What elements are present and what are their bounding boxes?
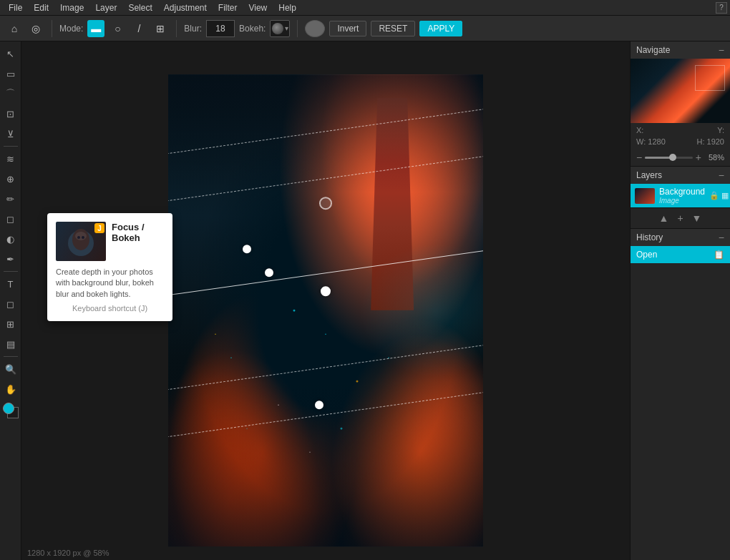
menu-bar: File Edit Image Layer Select Adjustment … <box>0 0 730 16</box>
tooltip-thumbnail: J <box>56 222 106 261</box>
history-item-icon: 📋 <box>714 250 724 260</box>
navigate-header: Navigate − <box>631 41 730 59</box>
invert-button[interactable]: Invert <box>329 21 366 36</box>
tool-transform[interactable]: ⊞ <box>1 315 20 333</box>
history-open-label: Open <box>636 250 657 260</box>
tool-separator-3 <box>4 356 18 357</box>
tool-clone[interactable]: ⊕ <box>1 170 20 188</box>
navigate-section: Navigate − X: Y: W: 1280 H: 1920 − <box>631 41 730 167</box>
tool-move[interactable]: ↖ <box>1 44 20 63</box>
mode-custom-button[interactable]: ⊞ <box>152 20 169 37</box>
layer-visibility-icon[interactable]: ▦ <box>721 191 729 200</box>
tool-select-rect[interactable]: ▭ <box>1 64 20 83</box>
toolbar-separator-2 <box>176 20 177 37</box>
tool-eraser[interactable]: ◻ <box>1 210 20 228</box>
history-close-button[interactable]: − <box>719 232 724 242</box>
nav-h-label: H: 1920 <box>696 137 724 146</box>
ctrl-point-focus[interactable] <box>321 286 331 296</box>
ctrl-point-2[interactable] <box>265 268 273 277</box>
menu-item-layer[interactable]: Layer <box>89 0 122 16</box>
navigate-thumbnail[interactable] <box>631 59 730 123</box>
zoom-in-button[interactable]: + <box>696 152 701 163</box>
main-layout: ↖ ▭ ⌒ ⊡ ⊻ ≋ ⊕ ✏ ◻ ◐ ✒ T ◻ ⊞ ▤ 🔍 ✋ <box>0 41 730 560</box>
menu-item-help[interactable]: Help <box>273 0 302 16</box>
navigate-close-button[interactable]: − <box>719 45 724 55</box>
tooltip-shortcut: Keyboard shortcut (J) <box>56 304 164 313</box>
tilt-shift-overlay <box>168 74 483 546</box>
layer-item-background[interactable]: Background Image 🔒 ▦ <box>631 184 730 207</box>
canvas-container <box>168 74 483 546</box>
tool-brush[interactable]: ✏ <box>1 190 20 208</box>
layer-type: Image <box>659 197 705 205</box>
toolbar-separator-1 <box>52 20 52 37</box>
tool-gradient[interactable]: ▤ <box>1 335 20 353</box>
bokeh-circle-1 <box>319 197 332 210</box>
nav-w-label: W: 1280 <box>636 137 666 146</box>
reset-button[interactable]: RESET <box>371 21 415 36</box>
menu-item-view[interactable]: View <box>243 0 273 16</box>
nav-zoom-bar: − + 58% <box>631 149 730 166</box>
home-button[interactable]: ⌂ <box>6 20 23 37</box>
svg-point-4 <box>82 236 84 239</box>
layers-header: Layers − <box>631 167 730 184</box>
globe-button[interactable]: ◎ <box>27 20 44 37</box>
nav-coords: X: Y: <box>631 123 730 137</box>
mode-label: Mode: <box>59 24 83 34</box>
ctrl-point-bottom[interactable] <box>315 401 323 409</box>
menu-item-edit[interactable]: Edit <box>28 0 54 16</box>
bokeh-selector[interactable]: ▾ <box>270 20 290 37</box>
menu-item-file[interactable]: File <box>3 0 28 16</box>
focus-bokeh-tooltip: J Focus / Bokeh Create depth in your pho… <box>47 213 172 321</box>
tool-eyedropper[interactable]: ⊻ <box>1 124 20 143</box>
tool-select-lasso[interactable]: ⌒ <box>1 84 20 103</box>
zoom-slider[interactable] <box>645 157 693 159</box>
blur-label: Blur: <box>184 24 202 34</box>
left-sidebar: ↖ ▭ ⌒ ⊡ ⊻ ≋ ⊕ ✏ ◻ ◐ ✒ T ◻ ⊞ ▤ 🔍 ✋ <box>0 41 21 560</box>
tool-dodge[interactable]: ◐ <box>1 230 20 248</box>
menu-item-adjustment[interactable]: Adjustment <box>158 0 213 16</box>
nav-thumb-viewport <box>695 65 725 91</box>
apply-button[interactable]: APPLY <box>419 21 462 36</box>
layer-move-down-button[interactable]: ▼ <box>692 212 702 224</box>
tool-hand[interactable]: ✋ <box>1 380 20 398</box>
tool-zoom[interactable]: 🔍 <box>1 360 20 378</box>
layer-info: Background Image <box>659 187 705 205</box>
history-item-open[interactable]: Open 📋 <box>631 246 730 263</box>
history-section: History − Open 📋 <box>631 229 730 560</box>
mode-ellipse-button[interactable]: ○ <box>109 20 126 37</box>
mode-rect-button[interactable]: ▬ <box>87 20 104 37</box>
layers-close-button[interactable]: − <box>719 170 724 180</box>
layer-controls: ▲ + ▼ <box>631 208 730 229</box>
color-indicator[interactable] <box>305 20 325 37</box>
menu-item-image[interactable]: Image <box>54 0 89 16</box>
layer-add-button[interactable]: + <box>677 212 683 224</box>
toolbar: ⌂ ◎ Mode: ▬ ○ / ⊞ Blur: Bokeh: ▾ Invert … <box>0 16 730 41</box>
tool-text[interactable]: T <box>1 275 20 293</box>
nav-x-label: X: <box>636 126 643 134</box>
layers-title: Layers <box>636 170 662 180</box>
foreground-color-swatch[interactable] <box>3 403 14 414</box>
ctrl-point-1[interactable] <box>243 245 251 253</box>
canvas-area[interactable]: J Focus / Bokeh Create depth in your pho… <box>21 41 630 560</box>
canvas-image[interactable] <box>168 74 483 546</box>
tool-heal[interactable]: ≋ <box>1 149 20 168</box>
blur-input[interactable] <box>206 20 235 37</box>
history-title: History <box>636 232 663 242</box>
history-header: History − <box>631 229 730 246</box>
menu-item-select[interactable]: Select <box>122 0 157 16</box>
layers-section: Layers − Background Image 🔒 ▦ <box>631 167 730 208</box>
tool-pen[interactable]: ✒ <box>1 250 20 268</box>
zoom-out-button[interactable]: − <box>636 152 642 163</box>
window-control[interactable]: ? <box>716 2 727 14</box>
mode-line-button[interactable]: / <box>130 20 147 37</box>
canvas-status: 1280 x 1920 px @ 58% <box>27 549 110 557</box>
layer-move-up-button[interactable]: ▲ <box>659 212 669 224</box>
layer-lock-icon[interactable]: 🔒 <box>709 191 719 200</box>
toolbar-separator-3 <box>297 20 298 37</box>
tool-shape[interactable]: ◻ <box>1 295 20 313</box>
tool-crop[interactable]: ⊡ <box>1 104 20 123</box>
tooltip-description: Create depth in your photos with backgro… <box>56 267 164 300</box>
nav-dimensions: W: 1280 H: 1920 <box>631 137 730 149</box>
tool-separator-1 <box>4 146 18 147</box>
menu-item-filter[interactable]: Filter <box>213 0 243 16</box>
